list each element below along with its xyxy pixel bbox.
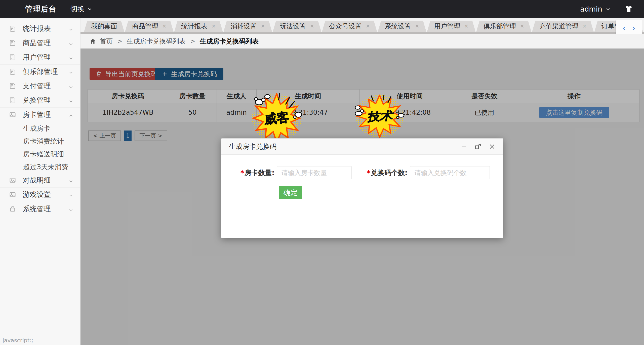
sidebar-item-label: 房卡管理	[23, 110, 51, 119]
sidebar-subitem-inactive-3days[interactable]: 超过3天未消费	[0, 160, 80, 173]
tab-close-icon[interactable]: ✕	[366, 23, 370, 29]
breadcrumb-separator: >	[190, 38, 195, 45]
breadcrumb: 首页 > 生成房卡兑换码列表 > 生成房卡兑换码列表	[80, 34, 644, 49]
sidebar-item-statistics[interactable]: 统计报表	[0, 22, 80, 36]
required-asterisk: *	[240, 169, 244, 177]
chevron-down-icon	[68, 26, 74, 31]
tab-gameplay-settings[interactable]: 玩法设置✕	[273, 21, 321, 32]
tab-close-icon[interactable]: ✕	[520, 23, 524, 29]
tab-recharge-channels[interactable]: 充值渠道管理✕	[532, 21, 594, 32]
tab-my-desktop[interactable]: 我的桌面	[84, 21, 124, 32]
maximize-icon[interactable]	[475, 143, 481, 150]
sidebar-item-redeem[interactable]: 兑换管理	[0, 93, 80, 108]
breadcrumb-home[interactable]: 首页	[100, 37, 113, 46]
generate-codes-modal: 生成房卡兑换码 * 房卡数量: * 兑换码个数: 确定	[221, 138, 503, 238]
app-title: 管理后台	[25, 4, 56, 14]
chevron-down-icon	[68, 98, 74, 103]
sidebar-item-products[interactable]: 商品管理	[0, 36, 80, 50]
sidebar-subitem-roomcard-gifts[interactable]: 房卡赠送明细	[0, 148, 80, 160]
sidebar-item-system[interactable]: 系统管理	[0, 202, 80, 216]
image-icon	[9, 111, 16, 118]
image-icon	[9, 191, 16, 198]
sidebar-item-battles[interactable]: 对战明细	[0, 173, 80, 188]
tab-users[interactable]: 用户管理✕	[427, 21, 476, 32]
tab-label: 俱乐部管理	[483, 22, 516, 31]
sub-item-label: 超过3天未消费	[23, 162, 68, 171]
tshirt-icon[interactable]	[624, 5, 633, 13]
chevron-down-icon	[68, 55, 74, 60]
tab-system-settings[interactable]: 系统设置✕	[378, 21, 426, 32]
chevron-down-icon	[68, 192, 74, 197]
chevron-down-icon	[68, 69, 74, 74]
modal-title: 生成房卡兑换码	[229, 142, 276, 151]
scroll-right-icon[interactable]: ›	[632, 24, 636, 32]
sidebar-item-label: 支付管理	[23, 81, 51, 91]
tab-label: 用户管理	[434, 22, 460, 31]
tab-official-account[interactable]: 公众号设置✕	[322, 21, 377, 32]
tab-label: 消耗设置	[231, 22, 257, 31]
close-icon[interactable]	[489, 143, 495, 150]
sidebar-item-roomcards[interactable]: 房卡管理	[0, 108, 80, 122]
image-icon	[9, 177, 16, 184]
tab-clubs[interactable]: 俱乐部管理✕	[476, 21, 531, 32]
chevron-down-icon	[87, 6, 93, 12]
confirm-button[interactable]: 确定	[279, 186, 302, 199]
scroll-left-icon[interactable]: ‹	[622, 24, 626, 32]
sub-item-label: 生成房卡	[23, 124, 50, 133]
home-icon	[90, 38, 96, 45]
modal-header: 生成房卡兑换码	[221, 139, 503, 155]
breadcrumb-separator: >	[117, 38, 122, 45]
breadcrumb-item[interactable]: 生成房卡兑换码列表	[127, 37, 186, 46]
sidebar-item-users[interactable]: 用户管理	[0, 50, 80, 65]
tabbar: 我的桌面 商品管理✕ 统计报表✕ 消耗设置✕ 玩法设置✕ 公众号设置✕ 系统设置…	[80, 18, 644, 34]
sidebar-item-label: 统计报表	[23, 24, 51, 33]
tab-close-icon[interactable]: ✕	[261, 23, 265, 29]
switch-menu[interactable]: 切换	[70, 4, 93, 14]
sidebar-subitem-generate-roomcard[interactable]: 生成房卡	[0, 122, 80, 135]
sidebar-item-label: 系统管理	[23, 204, 51, 214]
roomcard-quantity-label: 房卡数量:	[245, 168, 274, 177]
sidebar-item-payments[interactable]: 支付管理	[0, 79, 80, 93]
bag-icon	[9, 205, 16, 212]
tab-close-icon[interactable]: ✕	[415, 23, 419, 29]
code-count-input[interactable]	[410, 166, 490, 179]
tab-label: 公众号设置	[329, 22, 362, 31]
doc-icon	[9, 97, 16, 104]
doc-icon	[9, 25, 16, 32]
tab-products[interactable]: 商品管理✕	[125, 21, 174, 32]
required-asterisk: *	[367, 169, 370, 177]
sidebar-item-clubs[interactable]: 俱乐部管理	[0, 65, 80, 79]
sidebar-item-label: 商品管理	[23, 38, 51, 48]
username: admin	[580, 5, 602, 13]
modal-body: * 房卡数量: * 兑换码个数: 确定	[221, 155, 503, 238]
sidebar-item-game-settings[interactable]: 游戏设置	[0, 188, 80, 202]
minimize-icon[interactable]	[461, 143, 467, 150]
doc-icon	[9, 39, 16, 47]
roomcard-quantity-input[interactable]	[277, 166, 352, 179]
tab-scroll-box: ‹ ›	[616, 20, 642, 36]
sidebar-subitem-roomcard-consumption[interactable]: 房卡消费统计	[0, 135, 80, 148]
sidebar-item-label: 游戏设置	[23, 190, 51, 199]
tab-label: 统计报表	[181, 22, 208, 31]
chevron-up-icon	[68, 112, 74, 117]
sidebar-item-label: 俱乐部管理	[23, 67, 58, 76]
status-link-hint: javascript:;	[3, 337, 33, 343]
sidebar: 统计报表 商品管理 用户管理 俱乐部管理 支付管理 兑换管理 房卡管理 生成房卡…	[0, 18, 80, 345]
chevron-down-icon	[68, 40, 74, 46]
chevron-down-icon	[68, 83, 74, 89]
tab-close-icon[interactable]: ✕	[582, 23, 587, 29]
tab-close-icon[interactable]: ✕	[162, 23, 167, 29]
tab-label: 商品管理	[132, 22, 158, 31]
tab-close-icon[interactable]: ✕	[464, 23, 469, 29]
chevron-down-icon	[68, 178, 74, 183]
sub-item-label: 房卡消费统计	[23, 137, 64, 146]
tab-statistics[interactable]: 统计报表✕	[174, 21, 223, 32]
user-menu[interactable]: admin	[580, 5, 611, 13]
tab-consumption-settings[interactable]: 消耗设置✕	[224, 21, 272, 32]
tab-close-icon[interactable]: ✕	[310, 23, 314, 29]
sidebar-item-label: 对战明细	[23, 176, 51, 185]
doc-icon	[9, 68, 16, 75]
tab-close-icon[interactable]: ✕	[212, 23, 216, 29]
sidebar-item-label: 用户管理	[23, 53, 51, 62]
chevron-down-icon	[605, 6, 611, 12]
